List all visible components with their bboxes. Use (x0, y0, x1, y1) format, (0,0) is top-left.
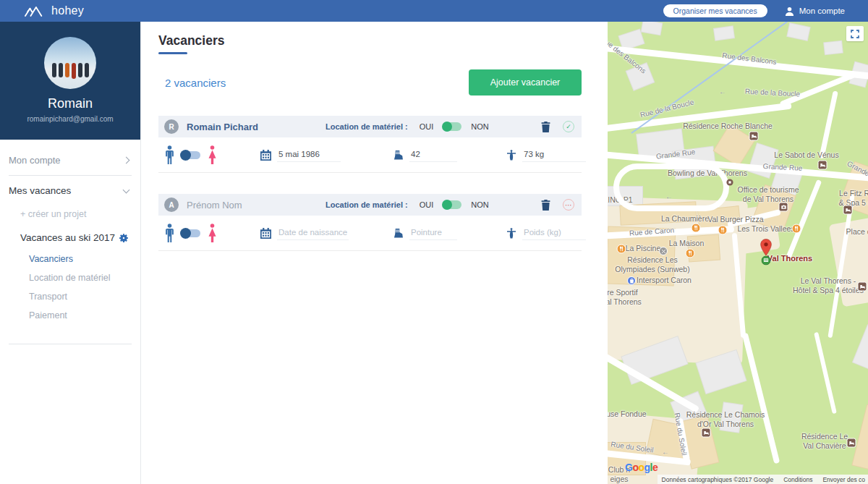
sidebar-item-paiement[interactable]: Paiement (0, 306, 140, 325)
sidebar-item-create-project[interactable]: + créer un projet (0, 203, 140, 226)
vacancier-card: R Romain Pichard Location de matériel : … (158, 116, 582, 173)
pointure-field[interactable]: 42 (409, 148, 457, 162)
map-building (642, 22, 662, 35)
camera-icon[interactable] (779, 203, 788, 212)
google-logo-letter: g (644, 462, 650, 473)
lodging-icon[interactable] (858, 282, 867, 292)
ski-boot-icon (393, 228, 404, 239)
google-logo-letter: e (652, 462, 658, 473)
gear-icon[interactable] (119, 233, 129, 243)
ski-boot-icon (393, 150, 404, 161)
calendar-icon (260, 150, 271, 161)
calendar-icon (260, 228, 271, 239)
vacancier-name-field[interactable]: Prénom Nom (187, 200, 302, 211)
dot-icon[interactable] (726, 179, 733, 186)
location-materiel-label: Location de matériel : (326, 122, 408, 131)
delete-vacancier-button[interactable] (541, 200, 550, 211)
feedback-link[interactable]: Envoyer des co (822, 476, 865, 483)
vacanciers-count: 2 vacanciers (165, 77, 226, 89)
add-vacancier-button[interactable]: Ajouter vacancier (469, 69, 582, 95)
lodging-icon[interactable] (702, 428, 711, 438)
sidebar-item-location-materiel[interactable]: Location de matériel (0, 268, 140, 287)
sidebar-item-mon-compte[interactable]: Mon compte (0, 148, 140, 172)
lodging-icon[interactable] (847, 438, 856, 448)
status-incomplete-icon: ⋯ (563, 199, 574, 211)
lodging-icon[interactable] (818, 161, 827, 170)
pin-icon[interactable] (760, 239, 773, 257)
lodging-icon[interactable] (843, 205, 853, 215)
male-icon[interactable] (164, 145, 175, 164)
mountains-logo-icon (25, 5, 45, 17)
place-label: Intersport Caron (637, 276, 692, 285)
map[interactable]: Rue des BalconsRue des BalconsRue de la … (608, 22, 868, 484)
sidebar-item-vacanciers[interactable]: Vacanciers (0, 250, 140, 268)
vacancier-header: A Prénom Nom Location de matériel : OUI … (158, 194, 582, 216)
map-road (613, 164, 729, 211)
fullscreen-button[interactable] (846, 26, 864, 41)
place-label: Place de (846, 227, 868, 237)
top-navbar: hohey Organiser mes vacances Mon compte (0, 0, 868, 22)
sidebar-profile: Romain romainpichard@gmail.com (0, 22, 140, 140)
place-label: Résidence Les Olympiades (Sunweb) (615, 255, 689, 274)
gender-toggle[interactable] (182, 229, 200, 237)
map-road (814, 332, 837, 414)
delete-vacancier-button[interactable] (541, 122, 550, 132)
arrow-icon: ← (662, 448, 669, 456)
vacancier-details: Date de naissance Pointure Poids (kg) (158, 216, 582, 250)
terms-link[interactable]: Conditions (783, 476, 812, 483)
place-label: Val Burger Pizza (707, 215, 763, 224)
arrow-icon: ← (665, 192, 673, 200)
sidebar-item-label: Mon compte (9, 155, 61, 166)
tools-icon[interactable] (659, 247, 668, 255)
restaurant-icon[interactable] (686, 249, 695, 258)
place-label: La Chaumière (661, 214, 709, 224)
vacancier-details: 5 mai 1986 42 73 kg (158, 137, 582, 172)
restaurant-icon[interactable] (792, 224, 801, 234)
avatar: R (164, 119, 179, 134)
organize-vacations-button[interactable]: Organiser mes vacances (663, 4, 767, 17)
sidebar-item-mes-vacances[interactable]: Mes vacances (0, 179, 140, 203)
gender-toggle[interactable] (182, 151, 200, 159)
account-menu[interactable]: Mon compte (785, 7, 845, 16)
female-icon[interactable] (207, 224, 218, 242)
female-icon[interactable] (207, 145, 218, 164)
mpin-icon[interactable] (762, 256, 771, 266)
poids-field[interactable]: 73 kg (522, 148, 586, 162)
place-label: La Maison (669, 239, 704, 248)
place-label: Office de tourisme de Val Thorens (737, 185, 799, 204)
vacancier-name-field[interactable]: Romain Pichard (187, 122, 302, 132)
restaurant-icon[interactable] (692, 224, 701, 233)
pointure-field[interactable]: Pointure (409, 226, 457, 240)
brand-link[interactable]: hohey (25, 4, 84, 17)
vacancier-header: R Romain Pichard Location de matériel : … (158, 116, 582, 137)
sidebar-item-transport[interactable]: Transport (0, 287, 140, 306)
brand-name: hohey (51, 4, 84, 17)
place-label: Les Trois Vallees (737, 224, 794, 234)
birthdate-field[interactable]: Date de naissance (277, 226, 349, 240)
non-label: NON (471, 200, 488, 209)
restaurant-icon[interactable] (718, 226, 728, 235)
map-building (787, 23, 809, 40)
vacancier-card: A Prénom Nom Location de matériel : OUI … (158, 194, 582, 251)
weight-scale-icon (506, 150, 516, 161)
map-building (853, 326, 868, 373)
street-label: Rue de la Boucle (745, 88, 801, 98)
google-logo[interactable]: Google (625, 462, 658, 473)
lodging-icon[interactable] (749, 132, 759, 141)
location-materiel-label: Location de matériel : (326, 200, 408, 209)
attribution-text: Données cartographiques ©2017 Google (662, 476, 774, 483)
weight-scale-icon (506, 228, 516, 239)
birthdate-field[interactable]: 5 mai 1986 (277, 148, 341, 162)
sidebar-item-project[interactable]: Vacances au ski 2017 (0, 226, 140, 250)
arrow-icon: ← (719, 88, 726, 95)
place-label: Val Thorens (767, 254, 812, 264)
place-label: euse Fondue (608, 409, 647, 419)
restaurant-icon[interactable] (617, 245, 626, 254)
location-toggle[interactable] (443, 200, 461, 209)
place-label: Le Val Thorens - Hôtel & Spa 4 étoiles (793, 276, 864, 295)
location-toggle[interactable] (443, 122, 461, 131)
poids-field[interactable]: Poids (kg) (522, 226, 586, 240)
avatar: A (164, 198, 179, 212)
shopping-icon[interactable] (627, 276, 636, 285)
male-icon[interactable] (164, 224, 175, 242)
